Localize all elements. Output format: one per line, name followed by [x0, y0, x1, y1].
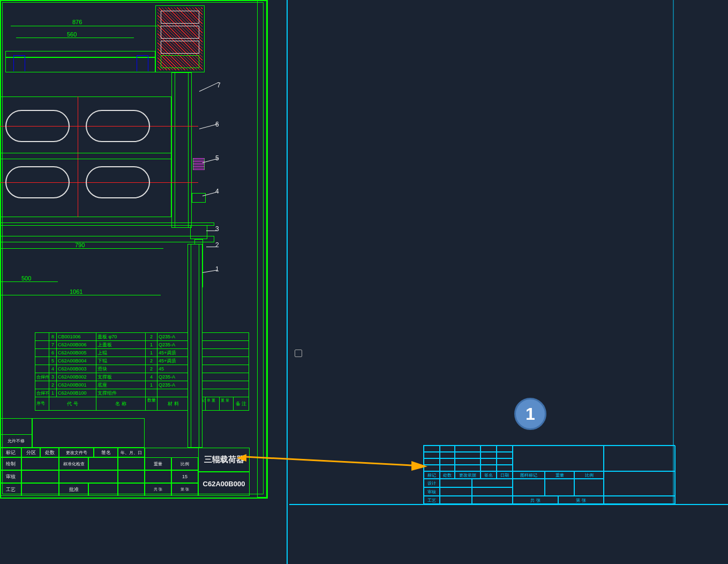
- right-sheet-right: [673, 0, 674, 505]
- paper-divider: [287, 0, 288, 564]
- bom-row: 6C62A00B005上辊145+调质: [35, 349, 249, 357]
- bom-row: 8CB001006盖板 φ702Q235-A: [35, 333, 249, 341]
- annotation-arrow: [245, 456, 427, 472]
- bom-row: 合焊不焊件1C62A00B100支撑组件: [35, 389, 249, 397]
- bom-row: 7C62A00B006上盖板1Q235-A: [35, 341, 249, 349]
- bracket: [190, 225, 207, 239]
- frame-margin: [257, 0, 267, 498]
- bearing-1-hatch: [193, 158, 205, 170]
- top-elevation: [0, 0, 212, 78]
- dim-1061: 1061: [70, 288, 82, 295]
- drawing-code: C62A00B000: [198, 472, 250, 496]
- callout-3: 3: [215, 225, 219, 233]
- callout-1: 1: [215, 265, 219, 273]
- cyan-title-block: 标记 处数 更改依据 签名 日期 设计 审核 工艺 图样标记 重量 比例 共 张…: [423, 445, 675, 504]
- cad-viewport[interactable]: 876 560 790 500 1061 7: [0, 0, 728, 564]
- dim-790: 790: [75, 242, 85, 248]
- mid-plate: [0, 153, 171, 159]
- vertical-column-inner: [175, 72, 189, 228]
- dim-500: 500: [21, 275, 31, 281]
- bom-row: 2C62A00B001底座1Q235-A: [35, 381, 249, 389]
- column-through-inner: [191, 244, 199, 448]
- callout-7: 7: [217, 81, 221, 89]
- bearing-2: [192, 193, 206, 203]
- svg-line-0: [245, 457, 411, 465]
- title-block: 允许不修 标记 分区 处数 更改文件号 签名 年、月、日 绘制 标准化检查 审核…: [0, 405, 250, 496]
- slot-1: [5, 110, 70, 142]
- callout-6: 6: [215, 121, 219, 128]
- slot-4: [86, 166, 150, 198]
- small-marker: [295, 350, 302, 357]
- callout-5: 5: [215, 154, 219, 162]
- callout-4: 4: [215, 188, 219, 195]
- plate-a: [0, 222, 214, 226]
- bom-table: 8CB001006盖板 φ702Q235-A 7C62A00B006上盖板1Q2…: [35, 332, 249, 411]
- slot-2: [86, 110, 150, 142]
- callout-2: 2: [215, 241, 219, 249]
- svg-marker-1: [411, 461, 427, 471]
- dim-line-1061: [0, 295, 161, 295]
- annotation-badge-1: 1: [514, 398, 546, 430]
- bom-row: 4C62A00B003滑块245: [35, 365, 249, 373]
- dim-line-790: [0, 248, 163, 249]
- plate-b: [0, 236, 214, 242]
- bom-row: 5C62A00B004下辊245+调质: [35, 357, 249, 365]
- slot-3: [5, 166, 70, 198]
- bom-row: 合焊件3C62A00B002支撑板4Q235-A: [35, 373, 249, 381]
- dim-line-500: [0, 281, 58, 282]
